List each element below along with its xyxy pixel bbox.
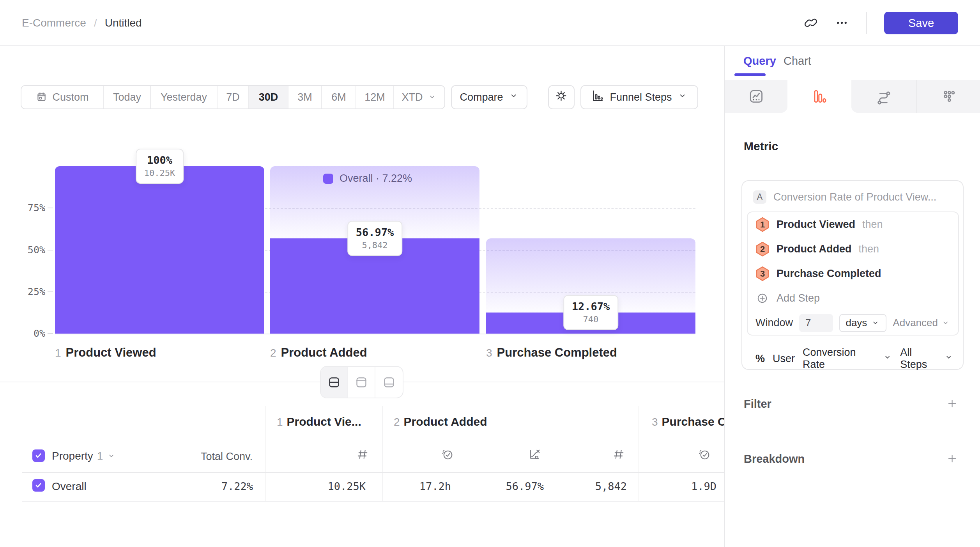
date-range-label: 30D	[259, 91, 278, 103]
table-group-header-step-1: 1Product Vie...	[277, 415, 361, 428]
group-step-name: Product Vie...	[287, 415, 361, 428]
date-range-label: 12M	[364, 91, 385, 103]
date-range-yesterday[interactable]: Yesterday	[151, 86, 218, 108]
date-range-custom[interactable]: Custom	[21, 86, 104, 108]
add-filter-button[interactable]	[946, 398, 958, 410]
funnel-chart-icon	[591, 89, 604, 105]
add-step-label: Add Step	[777, 292, 820, 304]
conversion-chart-icon	[528, 448, 541, 463]
table-cell-value: 17.2h	[357, 480, 451, 492]
date-range-label: XTD	[402, 91, 423, 103]
chart-type-tab-dots-grid[interactable]	[917, 80, 980, 113]
filter-section: Filter	[744, 396, 958, 412]
date-range-selector: CustomTodayYesterday7D30D3M6M12MXTD	[21, 85, 445, 109]
step-number-badge: 1	[755, 217, 769, 232]
compare-button[interactable]: Compare	[451, 85, 527, 109]
step-number-badge: 3	[755, 266, 769, 281]
select-all-checkbox[interactable]	[32, 449, 45, 462]
compare-label: Compare	[460, 91, 503, 103]
row-checkbox-overall[interactable]	[32, 479, 45, 492]
bar-value-tooltip: 56.97%5,842	[347, 221, 403, 256]
y-axis-label: 25%	[16, 286, 45, 297]
ellipsis-icon	[835, 16, 849, 30]
add-step-button[interactable]: Add Step	[748, 286, 958, 311]
measure-type-dropdown[interactable]: Conversion Rate	[803, 346, 892, 371]
y-axis-label: 0%	[16, 328, 45, 339]
tooltip-count: 740	[572, 314, 610, 325]
step-axis-label-2[interactable]: 2Product Added	[270, 346, 367, 360]
date-range-6m[interactable]: 6M	[322, 86, 356, 108]
chevron-down-icon	[883, 353, 892, 365]
window-unit-dropdown[interactable]: days	[839, 314, 886, 332]
link-icon	[804, 16, 818, 30]
chart-type-tab-line-chart[interactable]	[725, 80, 787, 113]
funnel-step-row-3[interactable]: 3Purchase Completed	[748, 261, 958, 286]
date-range-12m[interactable]: 12M	[356, 86, 394, 108]
metric-card: A Conversion Rate of Product View... 1Pr…	[741, 180, 964, 370]
plus-circle-icon	[756, 292, 769, 305]
chart-type-tab-bar	[725, 80, 980, 113]
date-range-xtd[interactable]: XTD	[394, 86, 444, 108]
funnel-bar-step-1[interactable]	[55, 166, 264, 334]
measure-steps-dropdown[interactable]: All Steps	[900, 346, 953, 371]
chart-settings-button[interactable]	[548, 85, 575, 109]
tab-chart[interactable]: Chart	[784, 55, 811, 67]
measure-prefix: %	[755, 353, 765, 365]
y-axis-label: 50%	[16, 244, 45, 256]
step-name: Product Added	[281, 346, 367, 360]
tab-query[interactable]: Query	[743, 55, 776, 67]
step-axis-label-3[interactable]: 3Purchase Completed	[486, 346, 617, 360]
table-row-rule	[22, 501, 724, 502]
top-actions: Save	[804, 0, 958, 46]
property-dropdown[interactable]: Property1	[52, 449, 116, 463]
date-range-30d[interactable]: 30D	[249, 86, 288, 108]
group-step-name: Purchase C	[662, 415, 724, 428]
total-conv-header: Total Conv.	[167, 451, 253, 463]
date-range-7d[interactable]: 7D	[218, 86, 249, 108]
table-cell-value: 56.97%	[450, 480, 544, 492]
gear-icon	[555, 89, 568, 103]
step-event-name: Purchase Completed	[777, 268, 881, 280]
add-breakdown-button[interactable]	[946, 453, 958, 465]
group-step-name: Product Added	[404, 415, 487, 428]
flow-icon	[876, 88, 892, 105]
toggle-table-view[interactable]	[375, 367, 403, 398]
chart-type-tab-flow[interactable]	[851, 80, 916, 113]
measure-scope[interactable]: User	[773, 353, 795, 365]
hash-icon	[612, 448, 625, 463]
chart-type-tab-funnel-bars[interactable]	[787, 80, 852, 113]
step-event-name: Product Added	[777, 243, 852, 255]
chart-view-icon	[354, 375, 368, 389]
step-axis-label-1[interactable]: 1Product Viewed	[55, 346, 156, 360]
window-value-input[interactable]: 7	[799, 314, 833, 332]
table-group-header-step-2: 2Product Added	[394, 415, 487, 428]
metric-title-row[interactable]: A Conversion Rate of Product View...	[753, 190, 953, 204]
hash-icon	[612, 448, 625, 461]
date-range-3m[interactable]: 3M	[288, 86, 322, 108]
line-chart-icon	[748, 88, 764, 105]
save-button[interactable]: Save	[884, 12, 958, 34]
split-view-icon	[327, 375, 341, 389]
table-cell-value: 5,842	[533, 480, 627, 492]
group-step-number: 2	[394, 416, 400, 428]
breadcrumb-current[interactable]: Untitled	[105, 17, 142, 29]
date-range-today[interactable]: Today	[104, 86, 151, 108]
layout-view-toggle	[320, 366, 403, 398]
conversion-chart-icon	[528, 448, 541, 461]
group-step-number: 3	[652, 416, 658, 428]
funnel-step-row-2[interactable]: 2Product Addedthen	[748, 237, 958, 261]
toggle-split-view[interactable]	[321, 367, 348, 398]
toggle-chart-view[interactable]	[348, 367, 375, 398]
breadcrumb-parent[interactable]: E-Commerce	[22, 17, 86, 29]
advanced-toggle[interactable]: Advanced	[893, 317, 950, 329]
date-range-label: 3M	[297, 91, 312, 103]
query-panel: Query Chart Metric A Conversion Rate of …	[724, 46, 980, 547]
y-axis-tick	[48, 291, 53, 292]
chart-type-dropdown[interactable]: Funnel Steps	[580, 85, 698, 109]
step-name: Product Viewed	[66, 346, 156, 360]
more-options-icon[interactable]	[835, 16, 849, 30]
divider	[866, 12, 867, 34]
funnel-step-row-1[interactable]: 1Product Viewedthen	[748, 212, 958, 237]
share-link-icon[interactable]	[804, 16, 818, 30]
plus-icon	[946, 453, 958, 465]
